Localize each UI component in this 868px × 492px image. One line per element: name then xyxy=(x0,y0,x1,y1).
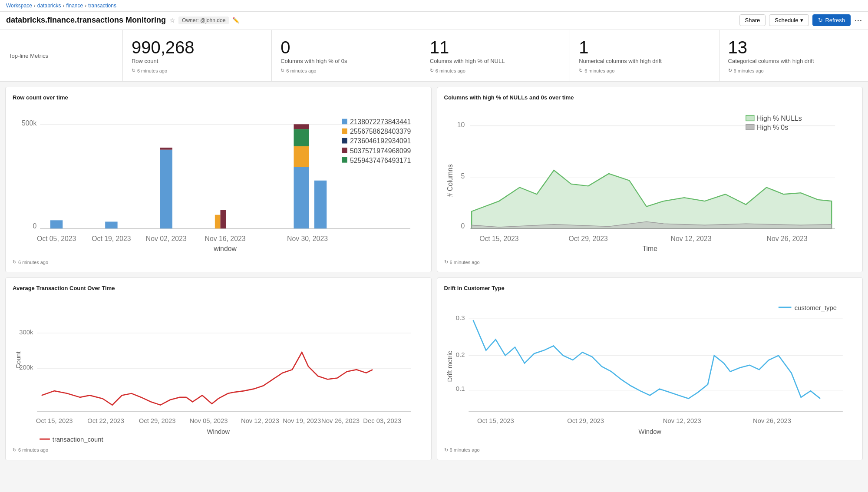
svg-text:Nov 12, 2023: Nov 12, 2023 xyxy=(670,235,711,242)
svg-text:Nov 26, 2023: Nov 26, 2023 xyxy=(753,418,791,425)
svg-rect-6 xyxy=(160,150,172,229)
svg-text:500k: 500k xyxy=(22,119,36,127)
chart-title-rowcount: Row count over time xyxy=(13,94,424,101)
metric-sublabel-nulls: Columns with high % of NULL xyxy=(430,58,561,64)
metric-card-label: Top-line Metrics xyxy=(0,30,123,81)
breadcrumb-finance[interactable]: finance xyxy=(66,3,83,9)
svg-text:Nov 30, 2023: Nov 30, 2023 xyxy=(287,235,328,242)
share-button[interactable]: Share xyxy=(739,14,766,26)
svg-text:10: 10 xyxy=(457,121,465,129)
chart-content-avg: 300k 200k Count Oct 15, 2023 Oct 22, 202… xyxy=(13,296,424,444)
svg-text:customer_type: customer_type xyxy=(794,304,836,311)
svg-text:0: 0 xyxy=(461,222,465,230)
chart-time-nulls: ↻ 6 minutes ago xyxy=(444,259,856,265)
svg-text:Drift metric: Drift metric xyxy=(446,351,453,382)
chart-row-count: Row count over time 500k 0 xyxy=(5,87,432,272)
svg-text:window: window xyxy=(213,245,237,252)
metric-card-numdrift: 1 Numerical columns with high drift ↻ 6 … xyxy=(570,30,719,81)
more-icon[interactable]: ⋯ xyxy=(854,16,862,25)
chart-svg-avg: 300k 200k Count Oct 15, 2023 Oct 22, 202… xyxy=(13,296,424,444)
star-icon[interactable]: ☆ xyxy=(169,17,175,24)
svg-text:0.3: 0.3 xyxy=(455,315,465,322)
refresh-icon-drift: ↻ xyxy=(444,447,448,453)
svg-text:300k: 300k xyxy=(19,329,33,336)
chart-time-drift: ↻ 6 minutes ago xyxy=(444,447,856,453)
metric-card-rowcount: 990,268 Row count ↻ 6 minutes ago xyxy=(123,30,272,81)
chart-content-nulls: 10 5 0 # Columns Oct 15, 2023 Oct 29, 20… xyxy=(444,105,856,256)
svg-text:High % 0s: High % 0s xyxy=(757,124,788,131)
metric-card-zeros: 0 Columns with high % of 0s ↻ 6 minutes … xyxy=(272,30,421,81)
svg-text:# Columns: # Columns xyxy=(446,164,453,197)
refresh-icon-small2: ↻ xyxy=(281,68,284,73)
svg-text:5: 5 xyxy=(461,172,465,180)
owner-tag: Owner: @john.doe xyxy=(178,17,229,24)
chart-drift-customer: Drift in Customer Type 0.3 0.2 0.1 Drift… xyxy=(437,277,863,460)
metric-card-catdrift: 13 Categorical columns with high drift ↻… xyxy=(719,30,868,81)
svg-text:5037571974968099: 5037571974968099 xyxy=(350,147,411,155)
refresh-icon-avg: ↻ xyxy=(13,447,17,453)
svg-text:Oct 15, 2023: Oct 15, 2023 xyxy=(36,418,73,425)
breadcrumb-sep2: › xyxy=(63,3,65,9)
edit-icon[interactable]: ✏️ xyxy=(232,17,239,23)
refresh-icon-small: ↻ xyxy=(132,68,135,73)
svg-rect-13 xyxy=(294,124,309,129)
metric-sublabel-zeros: Columns with high % of 0s xyxy=(281,58,412,64)
svg-rect-23 xyxy=(342,129,347,134)
metric-value-rowcount: 990,268 xyxy=(132,38,263,57)
svg-text:0.2: 0.2 xyxy=(455,351,465,358)
svg-rect-10 xyxy=(294,167,309,228)
chart-svg-rowcount: 500k 0 xyxy=(13,105,424,256)
svg-text:Window: Window xyxy=(638,429,661,436)
metric-time-catdrift: ↻ 6 minutes ago xyxy=(728,68,859,73)
metric-value-numdrift: 1 xyxy=(579,38,710,57)
breadcrumb-transactions[interactable]: transactions xyxy=(88,3,116,9)
svg-text:Nov 16, 2023: Nov 16, 2023 xyxy=(205,235,246,242)
svg-rect-29 xyxy=(342,157,347,163)
metric-value-catdrift: 13 xyxy=(728,38,859,57)
svg-text:Oct 05, 2023: Oct 05, 2023 xyxy=(37,235,76,242)
svg-text:Nov 26, 2023: Nov 26, 2023 xyxy=(321,418,360,425)
topline-label: Top-line Metrics xyxy=(9,53,48,59)
svg-rect-45 xyxy=(746,124,754,130)
metric-sublabel-numdrift: Numerical columns with high drift xyxy=(579,58,710,64)
svg-text:Dec 03, 2023: Dec 03, 2023 xyxy=(363,418,401,425)
svg-rect-7 xyxy=(160,148,172,150)
svg-rect-12 xyxy=(294,129,309,146)
breadcrumb-workspace[interactable]: Workspace xyxy=(6,3,32,9)
svg-text:Oct 15, 2023: Oct 15, 2023 xyxy=(479,235,519,242)
breadcrumb-databricks[interactable]: databricks xyxy=(37,3,61,9)
svg-rect-14 xyxy=(314,181,327,229)
svg-rect-11 xyxy=(294,146,309,167)
svg-text:Oct 19, 2023: Oct 19, 2023 xyxy=(92,235,131,242)
svg-text:Oct 22, 2023: Oct 22, 2023 xyxy=(87,418,124,425)
svg-text:Oct 29, 2023: Oct 29, 2023 xyxy=(139,418,176,425)
chart-avg-transaction: Average Transaction Count Over Time 300k… xyxy=(5,277,432,460)
svg-text:Nov 12, 2023: Nov 12, 2023 xyxy=(663,418,701,425)
metric-time-numdrift: ↻ 6 minutes ago xyxy=(579,68,710,73)
title-bar: databricks.finance.transactions Monitori… xyxy=(0,12,868,30)
chart-svg-drift: 0.3 0.2 0.1 Drift metric Oct 15, 2023 Oc… xyxy=(444,296,856,444)
metric-sublabel-catdrift: Categorical columns with high drift xyxy=(728,58,859,64)
svg-text:Nov 19, 2023: Nov 19, 2023 xyxy=(283,418,321,425)
chart-content-rowcount: 500k 0 xyxy=(13,105,424,256)
schedule-button[interactable]: Schedule ▾ xyxy=(769,14,809,26)
refresh-button[interactable]: ↻ Refresh xyxy=(812,14,851,26)
svg-text:Nov 26, 2023: Nov 26, 2023 xyxy=(766,235,807,242)
svg-rect-43 xyxy=(746,116,754,121)
chart-time-label-rc: 6 minutes ago xyxy=(18,260,48,265)
refresh-icon-small5: ↻ xyxy=(728,68,732,73)
svg-text:0.1: 0.1 xyxy=(455,386,465,393)
svg-rect-27 xyxy=(342,148,347,153)
svg-text:0: 0 xyxy=(33,222,37,230)
top-bar: Workspace › databricks › finance › trans… xyxy=(0,0,868,12)
chart-nulls-zeros: Columns with high % of NULLs and 0s over… xyxy=(437,87,863,272)
refresh-icon-small3: ↻ xyxy=(430,68,434,73)
chart-title-drift: Drift in Customer Type xyxy=(444,285,856,291)
metric-time-zeros: ↻ 6 minutes ago xyxy=(281,68,412,73)
metric-sublabel-rowcount: Row count xyxy=(132,58,263,64)
chart-svg-nulls: 10 5 0 # Columns Oct 15, 2023 Oct 29, 20… xyxy=(444,105,856,256)
chart-title-avg: Average Transaction Count Over Time xyxy=(13,285,424,291)
svg-text:Oct 29, 2023: Oct 29, 2023 xyxy=(567,418,604,425)
refresh-icon: ↻ xyxy=(818,17,823,23)
schedule-label: Schedule xyxy=(775,17,798,23)
